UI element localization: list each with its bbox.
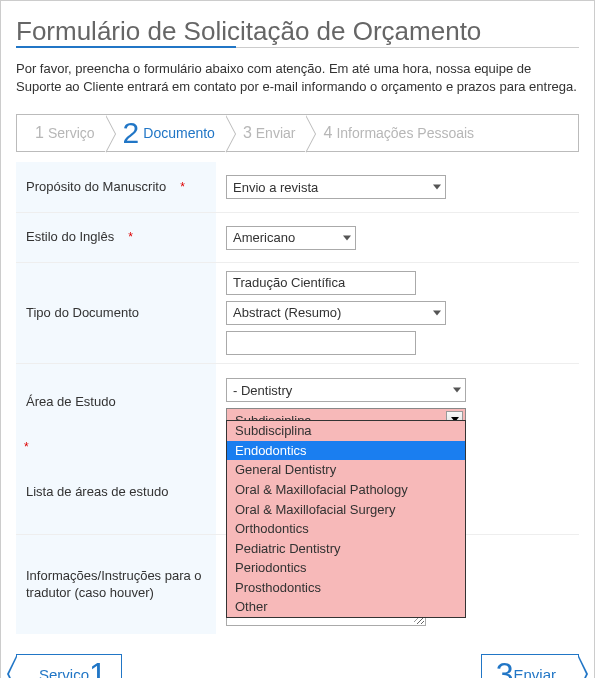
- step-number: 3: [243, 124, 252, 142]
- label-text: Área de Estudo: [26, 394, 116, 411]
- subdiscipline-dropdown-list[interactable]: Subdisciplina Endodontics General Dentis…: [226, 420, 466, 617]
- step-label: Documento: [143, 125, 215, 141]
- purpose-select[interactable]: Envio a revista: [226, 175, 446, 199]
- label-text: Propósito do Manuscrito: [26, 179, 166, 196]
- step-number: 2: [123, 118, 140, 148]
- required-icon: *: [180, 180, 185, 196]
- select-value: Envio a revista: [233, 180, 318, 195]
- chevron-down-icon: [433, 185, 441, 190]
- row-purpose: Propósito do Manuscrito * Envio a revist…: [16, 162, 579, 212]
- label-english-style: Estilo do Inglês *: [16, 213, 216, 262]
- option-prosthodontics[interactable]: Prosthodontics: [227, 578, 465, 598]
- row-doc-type: Tipo do Documento Tradução Científica Ab…: [16, 262, 579, 363]
- label-text: Estilo do Inglês: [26, 229, 114, 246]
- option-orthodontics[interactable]: Orthodontics: [227, 519, 465, 539]
- chevron-down-icon: [343, 235, 351, 240]
- nav-number: 3: [496, 658, 514, 678]
- select-value: Americano: [233, 230, 295, 245]
- option-endodontics[interactable]: Endodontics: [227, 441, 465, 461]
- doc-type-text-input[interactable]: Tradução Científica: [226, 271, 416, 295]
- label-text: Lista de áreas de estudo: [26, 484, 168, 499]
- doc-type-extra-input[interactable]: [226, 331, 416, 355]
- row-study-area: Área de Estudo * Lista de áreas de estud…: [16, 363, 579, 534]
- step-1-servico[interactable]: 1 Serviço: [17, 115, 105, 151]
- label-translator-notes: Informações/Instruções para o tradutor (…: [16, 535, 216, 634]
- step-label: Enviar: [256, 125, 296, 141]
- select-value: - Dentistry: [233, 383, 292, 398]
- label-text: Tipo do Documento: [26, 305, 139, 322]
- option-other[interactable]: Other: [227, 597, 465, 617]
- prev-step-button[interactable]: Serviço 1: [16, 654, 122, 678]
- option-pediatric-dentistry[interactable]: Pediatric Dentistry: [227, 539, 465, 559]
- nav-label: Serviço: [39, 666, 89, 678]
- step-label: Informações Pessoais: [336, 125, 474, 141]
- step-4-informacoes[interactable]: 4 Informações Pessoais: [305, 115, 484, 151]
- input-value: Tradução Científica: [233, 275, 345, 290]
- nav-number: 1: [89, 658, 107, 678]
- doc-type-select[interactable]: Abstract (Resumo): [226, 301, 446, 325]
- step-indicator: 1 Serviço 2 Documento 3 Enviar 4 Informa…: [16, 114, 579, 152]
- quote-form-container: Formulário de Solicitação de Orçamento P…: [0, 0, 595, 678]
- option-general-dentistry[interactable]: General Dentistry: [227, 460, 465, 480]
- next-step-button[interactable]: 3 Enviar: [481, 654, 579, 678]
- label-text: Informações/Instruções para o tradutor (…: [26, 568, 206, 602]
- page-subtitle: Por favor, preencha o formulário abaixo …: [16, 60, 579, 96]
- label-purpose: Propósito do Manuscrito *: [16, 162, 216, 212]
- step-label: Serviço: [48, 125, 95, 141]
- step-2-documento[interactable]: 2 Documento: [105, 115, 225, 151]
- chevron-down-icon: [433, 311, 441, 316]
- label-study-area: Área de Estudo * Lista de áreas de estud…: [16, 364, 216, 534]
- chevron-down-icon: [453, 388, 461, 393]
- step-number: 4: [323, 124, 332, 142]
- option-periodontics[interactable]: Periodontics: [227, 558, 465, 578]
- select-value: Abstract (Resumo): [233, 305, 341, 320]
- english-style-select[interactable]: Americano: [226, 226, 356, 250]
- study-area-select[interactable]: - Dentistry: [226, 378, 466, 402]
- required-icon: *: [128, 230, 133, 246]
- nav-label: Enviar: [513, 666, 556, 678]
- label-doc-type: Tipo do Documento: [16, 263, 216, 363]
- step-number: 1: [35, 124, 44, 142]
- form-body: Propósito do Manuscrito * Envio a revist…: [16, 162, 579, 634]
- step-3-enviar[interactable]: 3 Enviar: [225, 115, 306, 151]
- page-title: Formulário de Solicitação de Orçamento: [16, 16, 579, 48]
- required-icon: *: [24, 440, 29, 454]
- option-subdisciplina[interactable]: Subdisciplina: [227, 421, 465, 441]
- option-oral-maxillofacial-surgery[interactable]: Oral & Maxillofacial Surgery: [227, 500, 465, 520]
- option-oral-maxillofacial-pathology[interactable]: Oral & Maxillofacial Pathology: [227, 480, 465, 500]
- nav-buttons: Serviço 1 3 Enviar: [16, 654, 579, 678]
- row-english-style: Estilo do Inglês * Americano: [16, 212, 579, 262]
